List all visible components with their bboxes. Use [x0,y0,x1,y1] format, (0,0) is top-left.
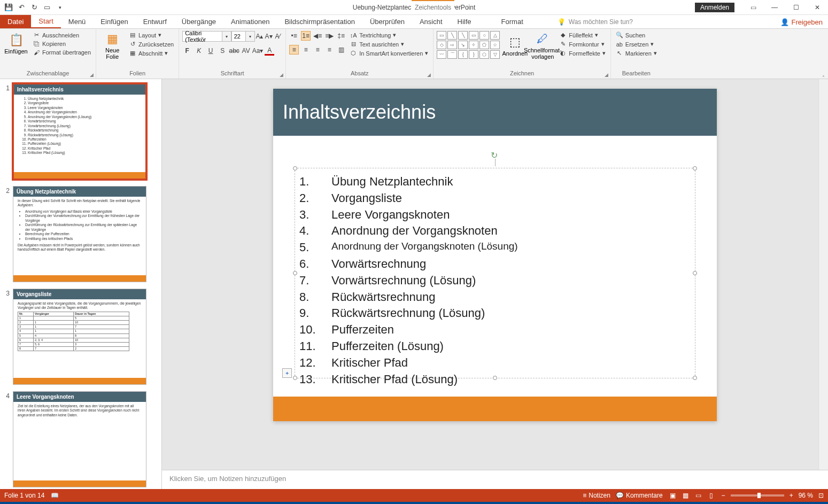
toc-item[interactable]: 2.Vorgangsliste [299,190,691,207]
comments-toggle[interactable]: 💬Kommentare [616,492,663,499]
font-size-combo[interactable]: 22 [231,31,246,42]
replace-button[interactable]: abErsetzen ▾ [614,40,659,48]
save-icon[interactable]: 💾 [4,3,13,12]
shapes-gallery[interactable]: ▭╲╲▭○△ ◇⇨↘✧⬠☆ 〰⌒{}⬡▽ [437,31,500,61]
notes-pane[interactable]: Klicken Sie, um Notizen hinzuzufügen [162,470,828,489]
toc-item[interactable]: 3.Leere Vorgangsknoten [299,207,691,223]
slide-thumbnail[interactable]: 4Leere VorgangsknotenZiel ist die Erstel… [2,391,159,487]
rotation-handle-icon[interactable]: ↻ [491,150,499,159]
text-direction-button[interactable]: ↕ATextrichtung ▾ [348,31,430,39]
quick-styles-button[interactable]: 🖊Schnellformat- vorlagen [530,31,555,61]
toc-item[interactable]: 9.Rückwärtsrechnung (Lösung) [299,305,691,322]
selection-handle[interactable] [293,376,297,380]
selection-handle[interactable] [293,166,297,170]
selection-handle[interactable] [693,166,697,170]
tab-slideshow[interactable]: Bildschirmpräsentation [277,15,362,28]
format-painter-button[interactable]: 🖌Format übertragen [31,49,92,56]
normal-view-icon[interactable]: ▣ [668,491,678,500]
italic-icon[interactable]: K [194,46,204,56]
notes-toggle[interactable]: ≡Notizen [583,492,610,499]
toc-item[interactable]: 5.Anordnung der Vorgangsknoten (Lösung) [299,239,691,256]
shape-fill-button[interactable]: ◆Fülleffekt ▾ [558,31,607,39]
tab-transitions[interactable]: Übergänge [174,15,223,28]
shape-outline-button[interactable]: ✎Formkontur ▾ [558,40,607,48]
slide-thumbnail[interactable]: 1InhaltsverzeichnisÜbung Netzplantechnik… [2,83,159,180]
paste-button[interactable]: 📋 Einfügen [3,31,29,56]
spellcheck-icon[interactable]: 📖 [51,492,59,499]
slideshow-view-icon[interactable]: ▯ [707,491,716,500]
slideshow-start-icon[interactable]: ▭ [43,3,51,12]
font-name-dropdown-icon[interactable]: ▾ [222,31,231,42]
toc-item[interactable]: 11.Pufferzeiten (Lösung) [299,338,691,355]
decrease-font-icon[interactable]: A▾ [264,32,273,41]
dialog-launcher-icon[interactable]: ◢ [280,72,283,77]
slide-thumbnail[interactable]: 2Übung NetzplantechnikIn dieser Übung wi… [2,186,159,282]
tab-design[interactable]: Entwurf [136,15,174,28]
autofit-options-icon[interactable]: ✦ [282,368,292,378]
decrease-indent-icon[interactable]: ◀≡ [313,31,322,41]
dialog-launcher-icon[interactable]: ◢ [427,72,431,77]
clear-format-icon[interactable]: A⁄ [273,32,282,41]
signin-button[interactable]: Anmelden [695,3,734,12]
font-color-icon[interactable]: A [265,46,274,56]
tab-view[interactable]: Ansicht [412,15,450,28]
tab-animations[interactable]: Animationen [223,15,277,28]
section-button[interactable]: ▦Abschnitt ▾ [127,49,175,57]
align-center-icon[interactable]: ≡ [301,45,311,55]
tab-help[interactable]: Hilfe [450,15,479,28]
select-button[interactable]: ↖Markieren ▾ [614,49,659,57]
justify-icon[interactable]: ≡ [324,45,334,55]
tell-me-search[interactable]: 💡 Was möchten Sie tun? [558,15,633,28]
columns-icon[interactable]: ▥ [336,45,346,55]
toc-item[interactable]: 4.Anordnung der Vorgangsknoten [299,223,691,239]
tab-file[interactable]: Datei [0,15,31,28]
dialog-launcher-icon[interactable]: ◢ [90,72,94,77]
sorter-view-icon[interactable]: ▦ [681,491,691,500]
font-name-combo[interactable]: Calibri (Textkör [182,31,222,42]
share-button[interactable]: 👤 Freigeben [780,15,823,29]
toc-item[interactable]: 1.Übung Netzplantechnik [299,174,691,190]
minimize-icon[interactable]: — [764,0,785,15]
reset-button[interactable]: ↺Zurücksetzen [127,40,175,48]
change-case-icon[interactable]: Aa▾ [253,46,262,56]
selection-handle[interactable] [693,271,697,275]
align-left-icon[interactable]: ≡ [289,45,299,55]
ribbon-options-icon[interactable]: ▭ [742,0,764,15]
selection-handle[interactable] [693,376,697,380]
shape-effects-button[interactable]: ◐Formeffekte ▾ [558,49,607,57]
slide-canvas[interactable]: Inhaltsverzeichnis ↻ ✦ 1.Übung Netzplant… [162,79,828,470]
fit-to-window-icon[interactable]: ⊡ [818,492,824,499]
toc-item[interactable]: 12.Kritischer Pfad [299,355,691,371]
increase-indent-icon[interactable]: ≡▶ [324,31,334,41]
slide-title[interactable]: Inhaltsverzeichnis [273,89,717,136]
vertical-scrollbar[interactable] [818,79,828,470]
new-slide-button[interactable]: ▦ Neue Folie [99,31,125,61]
slide-counter[interactable]: Folie 1 von 14 [4,492,44,499]
selection-handle[interactable] [493,376,497,380]
align-right-icon[interactable]: ≡ [313,45,322,55]
thumbnail-panel[interactable]: 1InhaltsverzeichnisÜbung Netzplantechnik… [0,79,162,489]
dialog-launcher-icon[interactable]: ◢ [605,72,608,77]
line-spacing-icon[interactable]: ‡≡ [336,31,346,41]
char-spacing-icon[interactable]: AV [241,46,251,56]
numbering-icon[interactable]: 1≡ [301,31,311,41]
reading-view-icon[interactable]: ▭ [694,491,703,500]
toc-item[interactable]: 7.Vorwärtsrechnung (Lösung) [299,273,691,289]
tab-format[interactable]: Format [494,15,531,28]
toc-item[interactable]: 6.Vorwärtsrechnung [299,256,691,273]
font-size-dropdown-icon[interactable]: ▾ [246,31,255,42]
shadow-icon[interactable]: S [218,46,227,56]
redo-icon[interactable]: ↻ [30,3,38,12]
selection-handle[interactable] [293,271,297,275]
slide-thumbnail[interactable]: 3VorgangslisteAusgangspunkt ist eine Vor… [2,289,159,385]
zoom-out-icon[interactable]: − [722,492,725,499]
close-icon[interactable]: ✕ [807,0,828,15]
zoom-slider[interactable] [731,494,784,497]
undo-icon[interactable]: ↶ [17,3,26,12]
tab-review[interactable]: Überprüfen [362,15,412,28]
tab-start[interactable]: Start [31,15,60,28]
layout-button[interactable]: ▤Layout ▾ [127,31,175,39]
align-text-button[interactable]: ⊟Text ausrichten ▾ [348,40,430,48]
toc-item[interactable]: 8.Rückwärtsrechnung [299,289,691,306]
underline-icon[interactable]: U [206,46,215,56]
